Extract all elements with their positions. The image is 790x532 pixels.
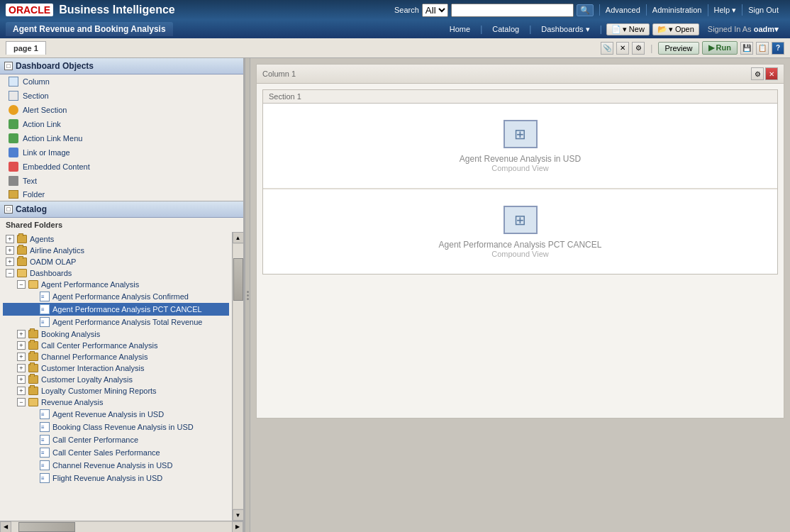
tree-item-apa-total-revenue[interactable]: Agent Performance Analysis Total Revenue xyxy=(3,316,229,328)
add-to-briefing-book-button[interactable]: 📎 xyxy=(601,42,613,55)
tree-item-channel-revenue-usd[interactable]: Channel Revenue Analysis in USD xyxy=(3,459,229,472)
catalog-link[interactable]: Catalog xyxy=(486,23,525,35)
do-item-section[interactable]: Section xyxy=(0,89,243,103)
do-item-link-or-image[interactable]: Link or Image xyxy=(0,145,243,160)
expand-customer-interaction[interactable] xyxy=(17,364,26,372)
h-scroll-thumb[interactable] xyxy=(18,522,75,532)
do-item-action-link-menu[interactable]: Action Link Menu xyxy=(0,131,243,145)
scroll-track[interactable] xyxy=(233,244,243,509)
booking-folder-icon xyxy=(28,330,38,338)
resize-handle[interactable] xyxy=(245,58,250,532)
agents-label: Agents xyxy=(30,235,54,243)
channel-perf-folder-icon xyxy=(28,353,38,361)
expand-dashboards[interactable] xyxy=(6,269,14,277)
dashboard-objects-header[interactable]: □ Dashboard Objects xyxy=(0,58,243,74)
dashboards-link[interactable]: Dashboards ▾ xyxy=(535,23,595,35)
tree-item-apa-confirmed[interactable]: Agent Performance Analysis Confirmed xyxy=(3,290,229,303)
search-scope-select[interactable]: All xyxy=(422,4,448,17)
loyalty-mining-folder-icon xyxy=(28,387,38,395)
administration-link[interactable]: Administration xyxy=(646,4,708,16)
tree-item-apa-pct-cancel[interactable]: Agent Performance Analysis PCT CANCEL xyxy=(3,303,229,316)
do-item-text[interactable]: Text xyxy=(0,174,243,188)
agent-perf-label: Agent Performance Analysis xyxy=(41,280,139,289)
do-item-folder[interactable]: Folder xyxy=(0,188,243,201)
tree-item-agent-revenue-usd[interactable]: Agent Revenue Analysis in USD xyxy=(3,408,229,421)
username[interactable]: oadm▾ xyxy=(754,25,779,33)
tree-item-flight-revenue-usd[interactable]: Flight Revenue Analysis in USD xyxy=(3,472,229,484)
tree-item-airline-analytics[interactable]: Airline Analytics xyxy=(3,245,229,256)
tree-item-oadm-olap[interactable]: OADM OLAP xyxy=(3,256,229,267)
call-center-perf-folder-icon xyxy=(28,341,38,350)
analysis-item-1[interactable]: Agent Revenue Analysis in USD Compound V… xyxy=(263,104,777,189)
collapse-do-icon[interactable]: □ xyxy=(4,62,13,70)
expand-airline[interactable] xyxy=(6,246,14,255)
left-panel: □ Dashboard Objects Column Section Alert… xyxy=(0,58,245,532)
sign-out-link[interactable]: Sign Out xyxy=(742,4,784,16)
tree-item-booking-class-revenue[interactable]: Booking Class Revenue Analysis in USD xyxy=(3,421,229,433)
expand-revenue[interactable] xyxy=(17,398,26,406)
save-button[interactable]: 💾 xyxy=(740,42,753,55)
search-label: Search xyxy=(394,6,419,14)
do-item-embedded-content[interactable]: Embedded Content xyxy=(0,160,243,174)
scroll-up-arrow[interactable]: ▲ xyxy=(233,232,244,243)
do-item-action-link[interactable]: Action Link xyxy=(0,117,243,131)
help-link[interactable]: Help ▾ xyxy=(708,4,742,16)
save-as-button[interactable]: 📋 xyxy=(756,42,769,55)
toolbar-separator: | xyxy=(650,43,652,53)
tree-item-agents[interactable]: Agents xyxy=(3,233,229,245)
preview-button[interactable]: Preview xyxy=(658,42,699,55)
catalog-tree[interactable]: Agents Airline Analytics OADM OL xyxy=(0,232,232,521)
oracle-logo: ORACLE xyxy=(6,4,53,16)
tree-item-loyalty-mining[interactable]: Loyalty Customer Mining Reports xyxy=(3,385,229,397)
catalog-horizontal-scrollbar[interactable]: ◀ ▶ xyxy=(0,521,243,532)
tree-item-dashboards[interactable]: Dashboards xyxy=(3,267,229,279)
properties-button[interactable]: ⚙ xyxy=(632,42,645,55)
catalog-vertical-scrollbar[interactable]: ▲ ▼ xyxy=(232,232,243,521)
tree-item-booking-analysis[interactable]: Booking Analysis xyxy=(3,328,229,340)
agent-revenue-usd-label: Agent Revenue Analysis in USD xyxy=(52,410,164,419)
action-link-menu-icon xyxy=(9,133,18,143)
catalog-header[interactable]: □ Catalog xyxy=(0,201,243,218)
expand-loyalty-mining[interactable] xyxy=(17,387,26,395)
analysis-item-2[interactable]: Agent Performance Analysis PCT CANCEL Co… xyxy=(263,189,777,274)
column-close-button[interactable]: ✕ xyxy=(765,67,778,80)
scroll-left-arrow[interactable]: ◀ xyxy=(0,521,11,533)
resize-dot-2 xyxy=(247,294,249,297)
expand-customer-loyalty[interactable] xyxy=(17,375,26,384)
tree-item-revenue-analysis[interactable]: Revenue Analysis xyxy=(3,397,229,408)
open-button[interactable]: 📂 ▾ Open xyxy=(652,23,699,35)
tree-item-customer-interaction[interactable]: Customer Interaction Analysis xyxy=(3,362,229,374)
scroll-right-arrow[interactable]: ▶ xyxy=(232,521,243,533)
collapse-catalog-icon[interactable]: □ xyxy=(4,205,13,214)
scroll-thumb[interactable] xyxy=(233,258,243,301)
expand-agents[interactable] xyxy=(6,235,14,243)
expand-channel-perf[interactable] xyxy=(17,353,26,361)
do-label-text: Text xyxy=(23,177,37,185)
agents-folder-icon xyxy=(17,235,27,243)
search-button[interactable]: 🔍 xyxy=(577,4,594,16)
tree-item-channel-perf[interactable]: Channel Performance Analysis xyxy=(3,351,229,362)
new-button[interactable]: 📄 ▾ New xyxy=(606,23,650,35)
column-settings-button[interactable]: ⚙ xyxy=(751,67,764,80)
help-button[interactable]: ? xyxy=(772,42,784,55)
page-tab[interactable]: page 1 xyxy=(6,41,46,55)
run-button[interactable]: ▶ Run xyxy=(702,41,738,55)
expand-agent-perf[interactable] xyxy=(17,280,26,289)
expand-call-center-perf[interactable] xyxy=(17,341,26,350)
section-1: Section 1 Agent Revenue Analysis in USD … xyxy=(262,89,778,275)
scroll-down-arrow[interactable]: ▼ xyxy=(233,509,244,521)
expand-oadm[interactable] xyxy=(6,257,14,266)
tree-item-agent-perf[interactable]: Agent Performance Analysis xyxy=(3,279,229,290)
home-link[interactable]: Home xyxy=(444,23,476,35)
tree-item-customer-loyalty[interactable]: Customer Loyalty Analysis xyxy=(3,374,229,385)
tree-item-call-center-perf[interactable]: Call Center Performance Analysis xyxy=(3,340,229,351)
delete-button[interactable]: ✕ xyxy=(616,42,629,55)
tree-item-call-center-sales[interactable]: Call Center Sales Performance xyxy=(3,446,229,459)
advanced-link[interactable]: Advanced xyxy=(599,4,646,16)
tree-item-call-center-perf-report[interactable]: Call Center Performance xyxy=(3,433,229,446)
do-item-alert-section[interactable]: Alert Section xyxy=(0,103,243,117)
do-item-column[interactable]: Column xyxy=(0,74,243,89)
h-scroll-track[interactable] xyxy=(11,522,232,532)
expand-booking[interactable] xyxy=(17,330,26,338)
search-input[interactable] xyxy=(451,4,574,17)
